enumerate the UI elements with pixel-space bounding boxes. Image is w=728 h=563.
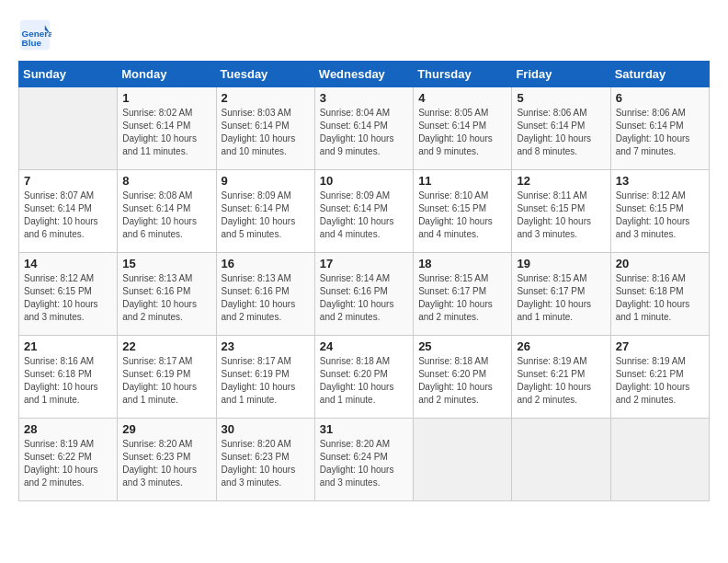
day-info: Sunrise: 8:03 AM Sunset: 6:14 PM Dayligh… [222, 107, 310, 158]
calendar-cell: 9Sunrise: 8:09 AM Sunset: 6:14 PM Daylig… [216, 170, 314, 253]
day-number: 15 [122, 257, 210, 270]
day-info: Sunrise: 8:19 AM Sunset: 6:22 PM Dayligh… [24, 438, 112, 489]
day-number: 8 [122, 174, 210, 188]
calendar-cell [19, 87, 118, 170]
day-info: Sunrise: 8:13 AM Sunset: 6:16 PM Dayligh… [122, 272, 210, 324]
day-number: 9 [222, 174, 310, 188]
day-number: 24 [320, 339, 408, 353]
weekday-header-row: SundayMondayTuesdayWednesdayThursdayFrid… [19, 62, 710, 87]
day-number: 16 [222, 257, 310, 270]
calendar-cell [610, 419, 709, 501]
day-number: 5 [517, 91, 605, 105]
day-number: 10 [320, 174, 408, 188]
calendar-cell: 13Sunrise: 8:12 AM Sunset: 6:15 PM Dayli… [610, 170, 709, 253]
day-number: 4 [418, 91, 506, 105]
calendar-cell: 23Sunrise: 8:17 AM Sunset: 6:19 PM Dayli… [216, 336, 314, 419]
calendar-table: SundayMondayTuesdayWednesdayThursdayFrid… [18, 61, 710, 501]
calendar-cell: 25Sunrise: 8:18 AM Sunset: 6:20 PM Dayli… [414, 336, 512, 419]
weekday-header-saturday: Saturday [610, 62, 709, 87]
day-info: Sunrise: 8:18 AM Sunset: 6:20 PM Dayligh… [418, 355, 506, 407]
calendar-cell: 26Sunrise: 8:19 AM Sunset: 6:21 PM Dayli… [512, 336, 610, 419]
calendar-cell: 6Sunrise: 8:06 AM Sunset: 6:14 PM Daylig… [610, 87, 709, 170]
day-info: Sunrise: 8:09 AM Sunset: 6:14 PM Dayligh… [222, 190, 310, 241]
calendar-cell: 28Sunrise: 8:19 AM Sunset: 6:22 PM Dayli… [19, 419, 118, 501]
calendar-cell: 16Sunrise: 8:13 AM Sunset: 6:16 PM Dayli… [216, 253, 314, 336]
day-number: 29 [122, 422, 210, 436]
weekday-header-monday: Monday [118, 62, 216, 87]
svg-text:Blue: Blue [22, 38, 42, 48]
calendar-cell: 15Sunrise: 8:13 AM Sunset: 6:16 PM Dayli… [118, 253, 216, 336]
week-row-3: 14Sunrise: 8:12 AM Sunset: 6:15 PM Dayli… [19, 253, 710, 336]
calendar-cell: 24Sunrise: 8:18 AM Sunset: 6:20 PM Dayli… [314, 336, 413, 419]
day-info: Sunrise: 8:02 AM Sunset: 6:14 PM Dayligh… [122, 107, 210, 158]
day-info: Sunrise: 8:10 AM Sunset: 6:15 PM Dayligh… [418, 190, 506, 241]
day-info: Sunrise: 8:14 AM Sunset: 6:16 PM Dayligh… [320, 272, 408, 324]
day-info: Sunrise: 8:05 AM Sunset: 6:14 PM Dayligh… [418, 107, 506, 158]
day-info: Sunrise: 8:17 AM Sunset: 6:19 PM Dayligh… [122, 355, 210, 407]
calendar-cell: 14Sunrise: 8:12 AM Sunset: 6:15 PM Dayli… [19, 253, 118, 336]
page-header: General Blue [18, 18, 710, 52]
calendar-cell: 19Sunrise: 8:15 AM Sunset: 6:17 PM Dayli… [512, 253, 610, 336]
day-number: 1 [122, 91, 210, 105]
day-info: Sunrise: 8:11 AM Sunset: 6:15 PM Dayligh… [517, 190, 605, 241]
day-info: Sunrise: 8:15 AM Sunset: 6:17 PM Dayligh… [418, 272, 506, 324]
week-row-2: 7Sunrise: 8:07 AM Sunset: 6:14 PM Daylig… [19, 170, 710, 253]
day-number: 7 [24, 174, 112, 188]
day-info: Sunrise: 8:15 AM Sunset: 6:17 PM Dayligh… [517, 272, 605, 324]
day-info: Sunrise: 8:12 AM Sunset: 6:15 PM Dayligh… [24, 272, 112, 324]
day-number: 18 [418, 257, 506, 270]
calendar-cell [414, 419, 512, 501]
calendar-cell: 2Sunrise: 8:03 AM Sunset: 6:14 PM Daylig… [216, 87, 314, 170]
day-number: 12 [517, 174, 605, 188]
day-number: 21 [24, 339, 112, 353]
day-info: Sunrise: 8:04 AM Sunset: 6:14 PM Dayligh… [320, 107, 408, 158]
day-number: 25 [418, 339, 506, 353]
day-info: Sunrise: 8:20 AM Sunset: 6:23 PM Dayligh… [222, 438, 310, 489]
calendar-cell: 10Sunrise: 8:09 AM Sunset: 6:14 PM Dayli… [314, 170, 413, 253]
weekday-header-wednesday: Wednesday [314, 62, 413, 87]
day-info: Sunrise: 8:16 AM Sunset: 6:18 PM Dayligh… [24, 355, 112, 407]
calendar-cell: 29Sunrise: 8:20 AM Sunset: 6:23 PM Dayli… [118, 419, 216, 501]
day-info: Sunrise: 8:16 AM Sunset: 6:18 PM Dayligh… [616, 272, 704, 324]
day-number: 20 [616, 257, 704, 270]
day-number: 31 [320, 422, 408, 436]
week-row-5: 28Sunrise: 8:19 AM Sunset: 6:22 PM Dayli… [19, 419, 710, 501]
calendar-cell: 18Sunrise: 8:15 AM Sunset: 6:17 PM Dayli… [414, 253, 512, 336]
day-info: Sunrise: 8:08 AM Sunset: 6:14 PM Dayligh… [122, 190, 210, 241]
calendar-cell: 20Sunrise: 8:16 AM Sunset: 6:18 PM Dayli… [610, 253, 709, 336]
week-row-4: 21Sunrise: 8:16 AM Sunset: 6:18 PM Dayli… [19, 336, 710, 419]
day-number: 2 [222, 91, 310, 105]
calendar-cell: 3Sunrise: 8:04 AM Sunset: 6:14 PM Daylig… [314, 87, 413, 170]
day-number: 26 [517, 339, 605, 353]
day-info: Sunrise: 8:20 AM Sunset: 6:23 PM Dayligh… [122, 438, 210, 489]
calendar-cell [512, 419, 610, 501]
day-number: 6 [616, 91, 704, 105]
day-info: Sunrise: 8:12 AM Sunset: 6:15 PM Dayligh… [616, 190, 704, 241]
calendar-cell: 27Sunrise: 8:19 AM Sunset: 6:21 PM Dayli… [610, 336, 709, 419]
day-info: Sunrise: 8:20 AM Sunset: 6:24 PM Dayligh… [320, 438, 408, 489]
weekday-header-tuesday: Tuesday [216, 62, 314, 87]
day-info: Sunrise: 8:06 AM Sunset: 6:14 PM Dayligh… [616, 107, 704, 158]
calendar-cell: 11Sunrise: 8:10 AM Sunset: 6:15 PM Dayli… [414, 170, 512, 253]
day-number: 19 [517, 257, 605, 270]
calendar-cell: 31Sunrise: 8:20 AM Sunset: 6:24 PM Dayli… [314, 419, 413, 501]
week-row-1: 1Sunrise: 8:02 AM Sunset: 6:14 PM Daylig… [19, 87, 710, 170]
day-number: 13 [616, 174, 704, 188]
calendar-cell: 21Sunrise: 8:16 AM Sunset: 6:18 PM Dayli… [19, 336, 118, 419]
day-info: Sunrise: 8:09 AM Sunset: 6:14 PM Dayligh… [320, 190, 408, 241]
calendar-cell: 17Sunrise: 8:14 AM Sunset: 6:16 PM Dayli… [314, 253, 413, 336]
day-number: 27 [616, 339, 704, 353]
day-info: Sunrise: 8:07 AM Sunset: 6:14 PM Dayligh… [24, 190, 112, 241]
calendar-cell: 5Sunrise: 8:06 AM Sunset: 6:14 PM Daylig… [512, 87, 610, 170]
weekday-header-thursday: Thursday [414, 62, 512, 87]
calendar-cell: 4Sunrise: 8:05 AM Sunset: 6:14 PM Daylig… [414, 87, 512, 170]
logo: General Blue [18, 18, 55, 52]
calendar-cell: 22Sunrise: 8:17 AM Sunset: 6:19 PM Dayli… [118, 336, 216, 419]
calendar-cell: 7Sunrise: 8:07 AM Sunset: 6:14 PM Daylig… [19, 170, 118, 253]
day-number: 14 [24, 257, 112, 270]
day-info: Sunrise: 8:13 AM Sunset: 6:16 PM Dayligh… [222, 272, 310, 324]
day-number: 23 [222, 339, 310, 353]
day-info: Sunrise: 8:18 AM Sunset: 6:20 PM Dayligh… [320, 355, 408, 407]
day-info: Sunrise: 8:17 AM Sunset: 6:19 PM Dayligh… [222, 355, 310, 407]
calendar-cell: 8Sunrise: 8:08 AM Sunset: 6:14 PM Daylig… [118, 170, 216, 253]
